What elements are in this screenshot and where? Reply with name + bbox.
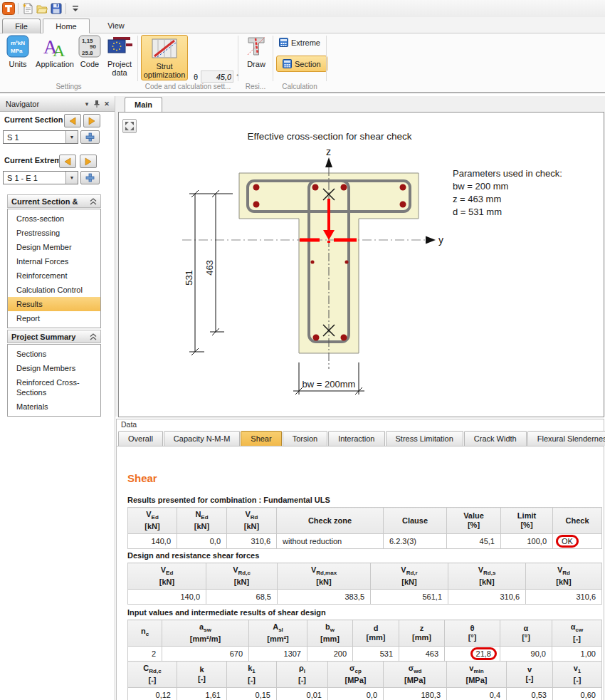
section-button[interactable]: Section	[276, 56, 327, 72]
nav-item-reinforced-cross-sections[interactable]: Reinforced Cross-Sections	[8, 375, 100, 399]
group-header-current-section[interactable]: Current Section &	[7, 194, 101, 208]
nav-item-cross-section[interactable]: Cross-section	[8, 211, 100, 226]
drawing-canvas: Effective cross-section for shear check …	[118, 112, 604, 417]
tab-stress-limitation[interactable]: Stress Limitation	[386, 431, 463, 446]
column-header: VRd,max[kN]	[278, 563, 371, 590]
application-button[interactable]: AA Application	[34, 35, 75, 68]
previous-extreme-button[interactable]	[59, 155, 76, 168]
tab-main[interactable]: Main	[125, 97, 162, 113]
pin-icon[interactable]	[92, 99, 102, 109]
table-cell: 100,0	[501, 534, 553, 549]
table-cell: 0,15	[227, 688, 277, 700]
column-header: NEd[kN]	[177, 508, 227, 534]
window-menu-icon[interactable]: ▾	[82, 99, 92, 109]
next-extreme-button[interactable]	[80, 155, 97, 168]
customize-toolbar-icon[interactable]	[68, 1, 83, 16]
current-section-label: Current Section	[4, 115, 70, 124]
shear-inputs-table-1: ncasw[mm²/m]Asl[mm²]bw[mm]d[mm]z[mm]θ[°]…	[127, 620, 602, 662]
group-header-project-summary[interactable]: Project Summary	[7, 330, 101, 343]
nav-item-report[interactable]: Report	[8, 311, 100, 325]
new-document-icon[interactable]: ✶	[21, 1, 35, 16]
application-icon: AA	[43, 35, 67, 58]
nav-item-internal-forces[interactable]: Internal Forces	[8, 254, 100, 268]
column-header: Check	[553, 508, 602, 534]
group-separator	[238, 36, 238, 81]
result-tab-bar: Overall Capacity N-M-M Shear Torsion Int…	[118, 430, 604, 446]
shear-check-table: VEd[kN]NEd[kN]VRd[kN]Check zoneClauseVal…	[127, 507, 602, 549]
project-data-button[interactable]: Project data	[104, 35, 135, 77]
nav-item-results[interactable]: Results	[8, 297, 100, 311]
table-cell: 6.2.3(3)	[384, 534, 447, 549]
z-axis-label: z	[326, 146, 331, 157]
group-separator	[137, 36, 138, 81]
column-header: VEd[kN]	[128, 563, 206, 590]
shear-results-content: Shear Results presented for combination …	[117, 446, 604, 700]
close-icon[interactable]: ✕	[102, 99, 112, 109]
tab-shear[interactable]: Shear	[241, 431, 281, 446]
svg-text:Parameters used in check:: Parameters used in check:	[453, 168, 562, 179]
current-extreme-select[interactable]: S 1 - E 1 ▼	[3, 171, 78, 184]
code-button[interactable]: 1,159025.8 Code	[77, 35, 102, 68]
tab-flexural-slenderness[interactable]: Flexural Slenderness	[527, 431, 605, 446]
open-file-icon[interactable]	[35, 1, 49, 16]
tab-torsion[interactable]: Torsion	[283, 431, 327, 446]
group-label-calculation: Calculation	[273, 83, 326, 92]
nav-item-design-member[interactable]: Design Member	[8, 240, 100, 254]
add-extreme-button[interactable]	[80, 171, 100, 184]
add-section-button[interactable]	[80, 130, 100, 144]
table-cell: without reduction	[277, 534, 384, 549]
project-data-icon	[106, 35, 133, 58]
inputs-table-title: Input values and intermediate results of…	[127, 608, 326, 617]
column-header: vmin[MPa]	[447, 662, 507, 688]
theta-input[interactable]	[201, 70, 233, 83]
draw-icon	[246, 35, 267, 58]
current-section-select[interactable]: S 1 ▼	[3, 130, 78, 144]
table-cell: 531	[353, 647, 399, 662]
column-header: v1[-]	[553, 662, 602, 688]
nav-item-prestressing[interactable]: Prestressing	[8, 226, 100, 240]
y-axis-label: y	[438, 234, 443, 246]
next-section-button[interactable]	[83, 114, 100, 127]
app-logo-icon[interactable]	[1, 1, 16, 16]
chevron-down-icon: ▼	[65, 172, 78, 184]
tab-home[interactable]: Home	[43, 19, 90, 33]
shear-inputs-table-2: CRd,c[-]k[-]k1[-]ρl[-]σcp[MPa]σwd[MPa]vm…	[127, 661, 602, 700]
svg-text:m²kN: m²kN	[11, 40, 25, 46]
nav-item-sections[interactable]: Sections	[8, 347, 100, 361]
table-cell: 0,0	[177, 534, 227, 549]
combination-note: Results presented for combination : Fund…	[127, 496, 330, 504]
previous-section-button[interactable]	[64, 114, 81, 127]
nav-item-calculation-control[interactable]: Calculation Control	[8, 283, 100, 297]
tab-file[interactable]: File	[2, 19, 41, 33]
draw-button[interactable]: Draw	[241, 35, 271, 68]
column-header: k1[-]	[227, 662, 277, 688]
toolbar-separator	[65, 3, 66, 14]
tab-interaction[interactable]: Interaction	[328, 431, 384, 446]
chevron-down-icon: ▼	[65, 131, 78, 143]
red-highlight-circle: OK	[556, 535, 579, 548]
table-cell: 140,0	[128, 534, 177, 549]
drawing-title: Effective cross-section for shear check	[248, 131, 412, 142]
y-axis-arrow	[426, 236, 436, 244]
nav-item-design-members[interactable]: Design Members	[8, 361, 100, 375]
tab-crack-width[interactable]: Crack Width	[464, 431, 527, 446]
code-icon: 1,159025.8	[78, 35, 101, 58]
column-header: σwd[MPa]	[384, 662, 447, 688]
svg-text:✶: ✶	[22, 2, 28, 9]
chevron-double-up-icon	[90, 198, 97, 205]
extreme-button[interactable]: Extreme	[279, 38, 320, 47]
strut-optimization-button[interactable]: Strut optimization	[141, 35, 188, 80]
tab-capacity-nmm[interactable]: Capacity N-M-M	[164, 431, 240, 446]
tab-view[interactable]: View	[93, 19, 140, 33]
save-file-icon[interactable]	[49, 1, 63, 16]
table-cell: 2	[128, 647, 162, 662]
cross-section-drawing: Effective cross-section for shear check …	[119, 113, 604, 417]
nav-item-reinforcement[interactable]: Reinforcement	[8, 268, 100, 283]
tab-overall[interactable]: Overall	[118, 431, 163, 446]
data-panel: Data Overall Capacity N-M-M Shear Torsio…	[116, 419, 604, 700]
column-header: bw[mm]	[307, 620, 353, 647]
nav-item-materials[interactable]: Materials	[8, 399, 100, 414]
units-button[interactable]: m²kNMPa Units	[4, 35, 31, 68]
table-row: 140,068,5383,5561,1310,6310,6	[128, 590, 602, 605]
column-header: α[°]	[500, 620, 552, 647]
